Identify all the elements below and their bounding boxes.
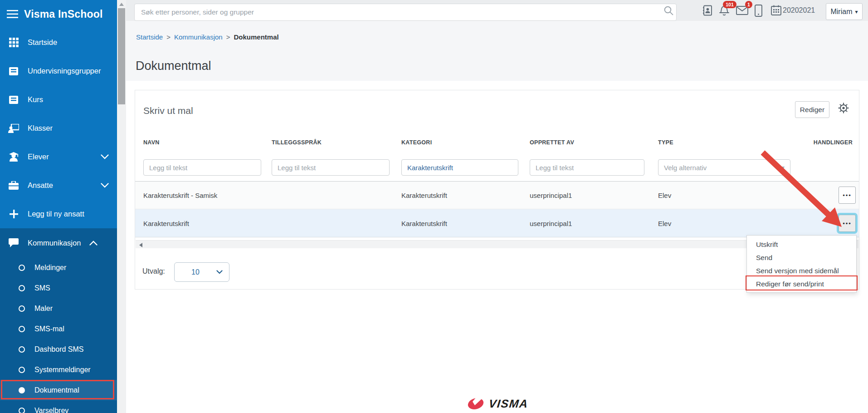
radio-icon [19,408,25,413]
search-icon[interactable] [664,6,673,15]
visma-logo-text: VISMA [488,397,529,410]
radio-icon [19,326,25,332]
column-header-opprettet-av[interactable]: OPPRETTET AV [530,139,574,146]
column-header-kategori[interactable]: KATEGORI [401,139,432,146]
edit-button[interactable]: Rediger [795,101,829,118]
table-row[interactable]: Karakterutskrift - Samisk Karakterutskri… [135,182,859,209]
scroll-left-arrow[interactable] [139,243,142,247]
sidebar-item-label: Dashbord SMS [34,345,84,354]
radio-icon [19,346,25,353]
sidebar-item-kurs[interactable]: Kurs [0,85,117,114]
chevron-down-icon [101,154,109,159]
menu-item-send[interactable]: Send [747,251,856,264]
sidebar-item-meldinger[interactable]: Meldinger [0,257,117,278]
brand-title: Visma InSchool [24,8,103,20]
chevron-up-icon [89,241,98,246]
cell-kategori: Karakterutskrift [401,192,447,199]
sidebar-item-label: SMS-mal [34,325,64,333]
page-size-label: Utvalg: [142,267,165,275]
cell-navn: Karakterutskrift - Samisk [143,192,217,199]
radio-icon [19,367,25,373]
sidebar-item-kommunikasjon[interactable]: Kommunikasjon [0,228,117,257]
card-heading: Skriv ut mal [143,105,193,116]
notifications-badge: 101 [723,1,736,8]
column-header-tilleggssprak[interactable]: TILLEGGSSPRÅK [272,139,322,146]
table-row-selected[interactable]: Karakterutskrift Karakterutskrift userpr… [135,209,859,237]
sidebar-scrollbar[interactable] [117,0,126,413]
book-icon [8,94,19,105]
radio-icon [19,265,25,271]
scrollbar-up-arrow[interactable] [119,3,124,6]
gear-icon[interactable] [838,102,849,114]
page-size-select[interactable]: 10 [174,262,229,282]
sidebar-item-label: Maler [34,305,53,313]
sidebar-item-legg-til-ny-ansatt[interactable]: Legg til ny ansatt [0,200,117,228]
breadcrumb-link-kommunikasjon[interactable]: Kommunikasjon [174,33,223,41]
classroom-icon [8,123,19,134]
sidebar-item-label: Varselbrev [34,407,68,413]
filter-type-select[interactable]: Velg alternativ ▾ [658,159,790,176]
cell-type: Elev [658,192,671,199]
book-icon [8,66,19,77]
sidebar-item-label: Ansatte [28,181,92,190]
radio-icon [19,305,25,312]
topbar: 101 1 20202021 Miriam ▾ [126,0,868,21]
radio-selected-icon [19,387,25,393]
sidebar-item-dokumentmal[interactable]: Dokumentmal [0,380,117,400]
sidebar-item-label: Kurs [28,95,109,104]
sidebar-item-systemmeldinger[interactable]: Systemmeldinger [0,359,117,380]
visma-logo-mark-icon [467,397,484,411]
cell-opprettet-av: userprincipal1 [530,219,572,227]
page-header-band: Startside > Kommunikasjon > Dokumentmal … [126,21,868,81]
sidebar-item-label: Systemmeldinger [34,366,91,374]
filter-tilleggssprak-input[interactable] [272,159,390,176]
sidebar-item-label: Kommunikasjon [28,239,81,247]
sidebar-item-dashbord-sms[interactable]: Dashbord SMS [0,339,117,359]
column-header-navn[interactable]: NAVN [143,139,160,146]
mobile-phone-icon[interactable] [755,5,762,17]
menu-item-rediger-for-send-print[interactable]: Rediger før send/print [747,277,856,290]
chevron-down-icon [216,270,223,274]
menu-item-utskrift[interactable]: Utskrift [747,238,856,251]
hamburger-menu-icon[interactable] [7,10,18,19]
filter-navn-input[interactable] [143,159,261,176]
sidebar-item-ansatte[interactable]: Ansatte [0,171,117,200]
sidebar-item-sms-mal[interactable]: SMS-mal [0,319,117,339]
breadcrumb-current: Dokumentmal [234,33,278,41]
school-year[interactable]: 20202021 [783,6,815,15]
scrollbar-thumb[interactable] [118,8,125,104]
radio-icon [19,285,25,291]
chevron-down-icon [101,183,109,188]
sidebar-item-label: Elever [28,152,92,161]
sidebar-item-klasser[interactable]: Klasser [0,114,117,143]
sidebar-item-undervisningsgrupper[interactable]: Undervisningsgrupper [0,57,117,85]
row-actions-menu: Utskrift Send Send versjon med sidemål R… [746,235,857,293]
column-header-type[interactable]: TYPE [658,139,673,146]
sidebar-item-label: Klasser [28,124,109,133]
sidebar-section-kommunikasjon: Kommunikasjon Meldinger SMS Maler SMS-ma… [0,228,117,413]
contacts-icon[interactable] [702,5,713,16]
visma-footer-logo: VISMA [467,397,528,411]
row-actions-button[interactable]: ••• [839,187,856,204]
row-actions-button-focused[interactable]: ••• [839,215,856,232]
menu-item-send-versjon-med-sidemal[interactable]: Send versjon med sidemål [747,264,856,277]
breadcrumb-separator: > [226,33,230,41]
user-menu-button[interactable]: Miriam ▾ [826,3,863,20]
select-placeholder: Velg alternativ [664,164,707,172]
grid-icon [8,37,19,48]
sidebar-item-label: SMS [34,284,50,292]
calendar-icon[interactable] [771,5,781,15]
filter-opprettet-av-input[interactable] [530,159,644,176]
search-input[interactable] [134,4,677,21]
sidebar-item-startside[interactable]: Startside [0,28,117,57]
cell-type: Elev [658,219,671,227]
breadcrumb-link-startside[interactable]: Startside [136,33,163,41]
chat-bubble-icon [8,237,19,248]
sidebar-item-sms[interactable]: SMS [0,278,117,298]
sidebar-item-elever[interactable]: Elever [0,143,117,171]
caret-down-icon: ▾ [782,165,785,170]
sidebar-item-varselbrev[interactable]: Varselbrev [0,400,117,413]
filter-kategori-input[interactable] [401,159,518,176]
column-header-handlinger: HANDLINGER [814,139,853,146]
sidebar-item-maler[interactable]: Maler [0,298,117,319]
